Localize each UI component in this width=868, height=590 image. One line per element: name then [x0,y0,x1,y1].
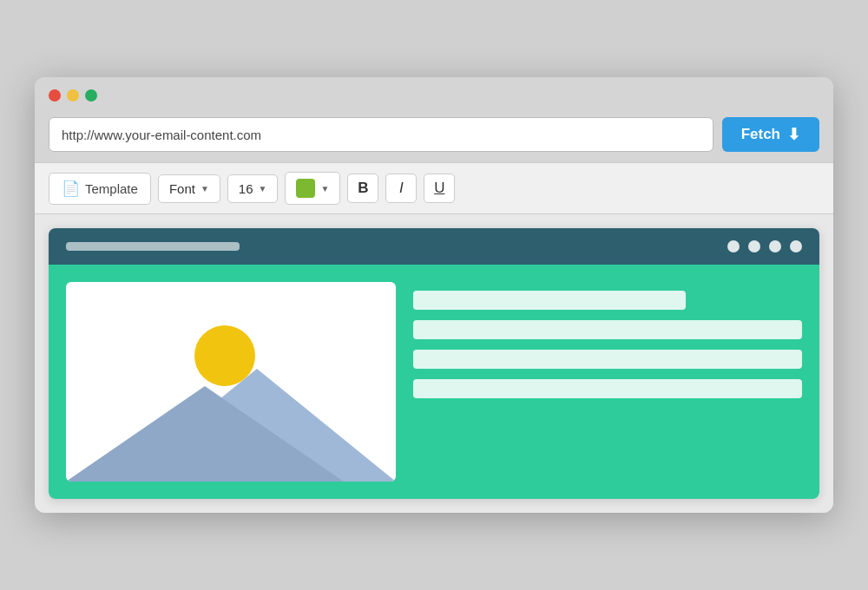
content-bar-2 [413,350,802,369]
content-bar-1 [413,320,802,339]
font-chevron-icon: ▼ [201,184,209,193]
header-dot-1 [727,240,740,252]
font-size-dropdown[interactable]: 16 ▼ [227,174,279,203]
toolbar: 📄 Template Font ▼ 16 ▼ ▼ B I U [35,162,833,214]
underline-label: U [434,180,444,197]
email-content-right [413,282,802,482]
font-size-chevron-icon: ▼ [258,184,266,193]
minimize-button[interactable] [67,89,79,102]
content-area [35,214,833,513]
fetch-label: Fetch [741,126,780,143]
bold-button[interactable]: B [347,174,378,203]
font-size-value: 16 [239,181,253,196]
url-input[interactable] [49,117,713,152]
header-dot-3 [769,240,781,252]
title-bar [35,77,833,110]
bold-label: B [358,180,368,197]
browser-window: Fetch ⬇ 📄 Template Font ▼ 16 ▼ ▼ B [35,77,833,513]
image-placeholder [66,282,396,482]
content-bar-title [413,291,686,310]
color-chevron-icon: ▼ [320,184,329,193]
email-header [49,228,819,265]
template-icon: 📄 [62,180,80,198]
maximize-button[interactable] [85,89,97,102]
email-body [49,265,819,499]
underline-button[interactable]: U [424,174,455,203]
font-label: Font [169,181,195,196]
font-dropdown[interactable]: Font ▼ [158,174,220,203]
content-bar-3 [413,379,802,398]
italic-label: I [399,180,404,197]
traffic-lights [49,89,97,102]
italic-button[interactable]: I [385,174,417,203]
mountains-graphic [66,343,396,482]
template-button[interactable]: 📄 Template [49,173,151,205]
template-label: Template [85,181,138,196]
fetch-icon: ⬇ [787,125,800,144]
email-preview [49,228,819,499]
fetch-button[interactable]: Fetch ⬇ [722,117,819,152]
email-header-dots [727,240,802,252]
header-dot-4 [790,240,802,252]
image-placeholder-inner [66,282,396,482]
email-header-bar [66,242,240,251]
color-swatch [296,179,315,198]
header-dot-2 [748,240,760,252]
color-picker-dropdown[interactable]: ▼ [285,172,340,205]
close-button[interactable] [49,89,61,102]
url-bar-row: Fetch ⬇ [35,110,833,162]
